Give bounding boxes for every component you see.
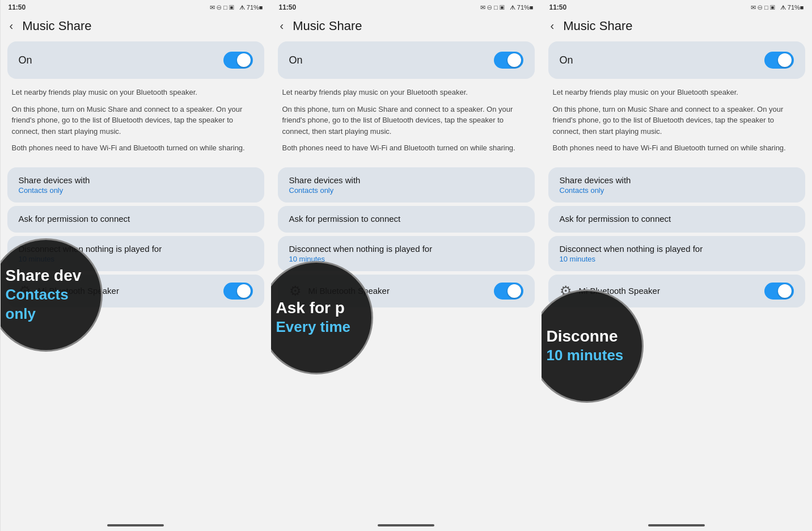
disconnect-label-2: Disconnect when nothing is played for	[289, 244, 523, 254]
on-toggle-section-3: On	[548, 41, 805, 79]
page-title-3: Music Share	[563, 19, 632, 33]
description-section-1: Let nearby friends play music on your Bl…	[1, 79, 271, 164]
share-devices-row-3[interactable]: Share devices with Contacts only	[560, 175, 794, 195]
share-devices-value-2: Contacts only	[289, 186, 523, 195]
desc-2c: Both phones need to have Wi-Fi and Bluet…	[282, 142, 530, 154]
share-devices-value-1: Contacts only	[19, 186, 253, 195]
on-label-3: On	[560, 54, 573, 66]
screen-2: 11:50 ✉ ⊖ □ ▣ ᗑ 71%■ ‹ Music Share On Le…	[271, 0, 542, 531]
toggle-knob-1	[237, 53, 251, 67]
share-devices-row-2[interactable]: Share devices with Contacts only	[289, 175, 523, 195]
screen-3: 11:50 ✉ ⊖ □ ▣ ᗑ 71%■ ‹ Music Share On Le…	[542, 0, 812, 531]
zoom-main-2: Ask for p	[271, 298, 345, 318]
desc-1a: Let nearby friends play music on your Bl…	[12, 87, 260, 98]
status-bar-2: 11:50 ✉ ⊖ □ ▣ ᗑ 71%■	[271, 0, 542, 14]
disconnect-row-3[interactable]: Disconnect when nothing is played for 10…	[560, 244, 794, 263]
permission-label-3: Ask for permission to connect	[560, 214, 794, 224]
on-label-2: On	[289, 54, 303, 66]
disconnect-row-2[interactable]: Disconnect when nothing is played for 10…	[289, 244, 523, 263]
desc-3b: On this phone, turn on Music Share and c…	[553, 104, 801, 137]
status-bar-3: 11:50 ✉ ⊖ □ ▣ ᗑ 71%■	[542, 0, 812, 14]
screen-1: 11:50 ✉ ⊖ □ ▣ ᗑ 71%■ ‹ Music Share On Le…	[1, 0, 271, 531]
disconnect-label-3: Disconnect when nothing is played for	[560, 244, 794, 254]
desc-1c: Both phones need to have Wi-Fi and Bluet…	[12, 142, 260, 154]
nav-bar-3	[648, 524, 705, 526]
zoom-main-1: Share dev	[1, 266, 82, 285]
desc-3a: Let nearby friends play music on your Bl…	[553, 87, 801, 98]
device-toggle-knob-1	[237, 284, 251, 298]
device-toggle-3[interactable]	[764, 283, 794, 300]
desc-2b: On this phone, turn on Music Share and c…	[282, 104, 530, 137]
page-title-2: Music Share	[293, 19, 362, 33]
header-3: ‹ Music Share	[542, 14, 812, 39]
back-button-3[interactable]: ‹	[547, 18, 558, 33]
toggle-knob-2	[508, 53, 521, 67]
permission-row-2[interactable]: Ask for permission to connect	[289, 214, 523, 225]
permission-card-3: Ask for permission to connect	[548, 206, 805, 233]
share-devices-card-2: Share devices with Contacts only	[278, 167, 535, 203]
page-title-1: Music Share	[22, 19, 91, 33]
main-toggle-1[interactable]	[223, 52, 253, 69]
device-toggle-1[interactable]	[223, 283, 253, 300]
main-toggle-2[interactable]	[494, 52, 523, 69]
permission-label-2: Ask for permission to connect	[289, 214, 523, 224]
time-3: 11:50	[549, 3, 567, 11]
desc-1b: On this phone, turn on Music Share and c…	[12, 104, 260, 137]
desc-2a: Let nearby friends play music on your Bl…	[282, 87, 530, 98]
device-toggle-knob-2	[508, 284, 521, 298]
permission-card-1: Ask for permission to connect	[7, 206, 264, 233]
share-devices-row-1[interactable]: Share devices with Contacts only	[19, 175, 253, 195]
share-devices-card-3: Share devices with Contacts only	[548, 167, 805, 203]
device-toggle-knob-3	[778, 284, 792, 298]
share-devices-value-3: Contacts only	[560, 186, 794, 195]
screens-container: 11:50 ✉ ⊖ □ ▣ ᗑ 71%■ ‹ Music Share On Le…	[1, 0, 812, 531]
permission-row-1[interactable]: Ask for permission to connect	[19, 214, 253, 225]
zoom-sub-3: 10 minutes	[542, 346, 624, 365]
time-2: 11:50	[279, 3, 297, 11]
share-devices-label-1: Share devices with	[19, 175, 253, 185]
permission-card-2: Ask for permission to connect	[278, 206, 535, 233]
status-icons-1: ✉ ⊖ □ ▣ ᗑ 71%■	[210, 4, 263, 11]
disconnect-card-3: Disconnect when nothing is played for 10…	[548, 236, 805, 271]
share-devices-card-1: Share devices with Contacts only	[7, 167, 264, 203]
status-icons-2: ✉ ⊖ □ ▣ ᗑ 71%■	[480, 4, 534, 11]
header-1: ‹ Music Share	[1, 14, 271, 39]
time-1: 11:50	[9, 3, 26, 11]
zoom-main-3: Disconne	[542, 327, 618, 346]
description-section-2: Let nearby friends play music on your Bl…	[271, 79, 542, 164]
nav-bar-2	[378, 524, 434, 526]
back-button-2[interactable]: ‹	[277, 18, 287, 33]
zoom-sub-2: Every time	[271, 318, 351, 337]
permission-row-3[interactable]: Ask for permission to connect	[560, 214, 794, 225]
on-toggle-section-1: On	[7, 41, 264, 79]
header-2: ‹ Music Share	[271, 14, 542, 39]
desc-3c: Both phones need to have Wi-Fi and Bluet…	[553, 142, 801, 154]
description-section-3: Let nearby friends play music on your Bl…	[542, 79, 812, 164]
share-devices-label-3: Share devices with	[560, 175, 794, 185]
nav-bar-1	[107, 524, 164, 526]
permission-label-1: Ask for permission to connect	[19, 214, 253, 224]
status-icons-3: ✉ ⊖ □ ▣ ᗑ 71%■	[751, 4, 804, 11]
main-toggle-3[interactable]	[764, 52, 794, 69]
status-bar-1: 11:50 ✉ ⊖ □ ▣ ᗑ 71%■	[1, 0, 271, 14]
back-button-1[interactable]: ‹	[6, 18, 17, 33]
toggle-knob-3	[778, 53, 792, 67]
on-label-1: On	[19, 54, 32, 66]
device-toggle-2[interactable]	[494, 283, 523, 300]
share-devices-label-2: Share devices with	[289, 175, 523, 185]
disconnect-value-3: 10 minutes	[560, 255, 794, 263]
zoom-sub-1: Contacts only	[1, 285, 92, 324]
on-toggle-section-2: On	[278, 41, 535, 79]
